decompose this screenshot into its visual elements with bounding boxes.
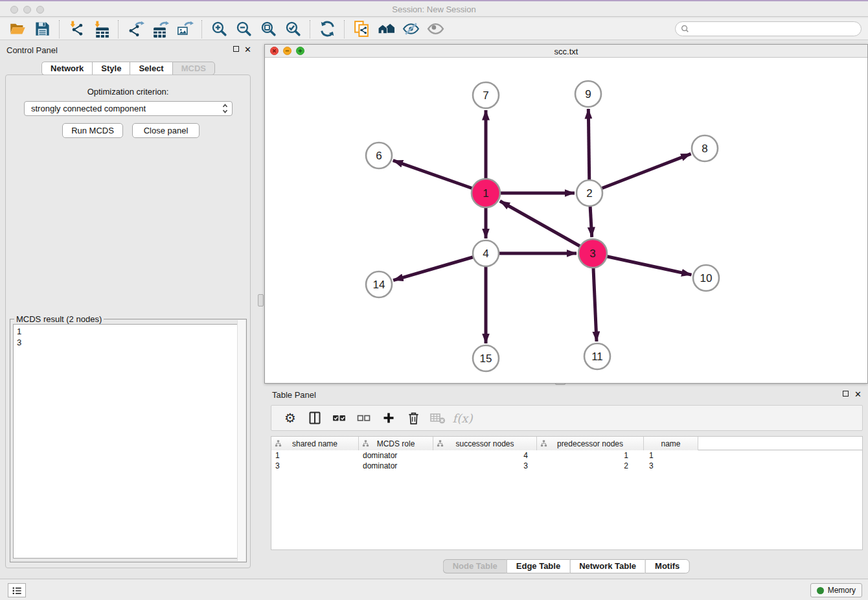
tab-motifs[interactable]: Motifs [645, 559, 689, 573]
cell: dominator [359, 461, 433, 471]
column-header-shared-name[interactable]: shared name [271, 437, 359, 450]
close-panel-button[interactable]: Close panel [132, 123, 200, 138]
toolbar-separator [310, 20, 310, 38]
open-folder-icon[interactable] [5, 19, 30, 39]
tab-network[interactable]: Network [41, 62, 92, 75]
import-network-icon[interactable] [64, 19, 89, 39]
add-icon[interactable] [379, 408, 398, 428]
graph-node-3[interactable]: 3 [578, 239, 607, 268]
export-network-icon[interactable] [123, 19, 148, 39]
table-row[interactable]: 1dominator411 [271, 450, 862, 461]
mcds-result-text[interactable]: 13 [13, 324, 244, 559]
close-table-panel-icon[interactable]: ✕ [854, 391, 862, 398]
svg-text:9: 9 [585, 88, 591, 100]
svg-text:11: 11 [591, 351, 603, 363]
refresh-icon[interactable] [315, 19, 339, 39]
svg-text:2: 2 [586, 187, 592, 200]
network-window-titlebar[interactable]: scc.txt [265, 45, 867, 58]
import-table-icon[interactable] [89, 19, 113, 39]
svg-text:7: 7 [483, 89, 488, 102]
column-header-MCDS-role[interactable]: MCDS role [359, 437, 433, 450]
zoom-in-icon[interactable] [207, 19, 231, 39]
search-box[interactable] [675, 21, 862, 36]
column-header-predecessor-nodes[interactable]: predecessor nodes [537, 437, 644, 450]
graph-node-14[interactable]: 14 [366, 271, 392, 297]
graph-node-10[interactable]: 10 [693, 265, 719, 291]
trash-icon[interactable] [404, 408, 423, 428]
main-toolbar [0, 18, 868, 40]
tab-style[interactable]: Style [92, 62, 130, 75]
hierarchy-icon [540, 440, 547, 447]
graph-node-4[interactable]: 4 [473, 240, 499, 266]
save-icon[interactable] [30, 19, 54, 39]
close-panel-icon[interactable]: ✕ [244, 46, 251, 53]
zoom-selected-icon[interactable] [280, 19, 305, 39]
cell: 3 [433, 461, 537, 471]
export-table-icon[interactable] [148, 19, 172, 39]
status-bar: Memory [0, 579, 868, 600]
graph-node-7[interactable]: 7 [473, 82, 499, 108]
svg-text:4: 4 [483, 248, 488, 260]
table-panel-title: Table Panel [272, 390, 316, 400]
control-panel: Control Panel ✕ NetworkStyleSelectMCDS O… [0, 40, 257, 579]
gear-icon[interactable]: ⚙ [280, 408, 300, 428]
hierarchy-icon [275, 440, 282, 447]
svg-text:15: 15 [480, 352, 492, 365]
criterion-dropdown[interactable]: strongly connected component [24, 101, 233, 116]
mcds-result-title: MCDS result (2 nodes) [14, 314, 104, 324]
column-header-successor-nodes[interactable]: successor nodes [433, 437, 537, 450]
graph-node-11[interactable]: 11 [584, 343, 610, 369]
float-table-panel-icon[interactable] [843, 391, 849, 397]
zoom-out-icon[interactable] [231, 19, 256, 39]
column-header-name[interactable]: name [644, 437, 698, 450]
stepper-arrows-icon [222, 103, 228, 114]
zoom-fit-icon[interactable] [256, 19, 280, 39]
graph-edge-3-10[interactable] [593, 253, 692, 275]
tab-node-table[interactable]: Node Table [443, 559, 507, 573]
svg-text:3: 3 [589, 248, 595, 260]
home-icon[interactable] [374, 19, 398, 39]
vertical-splitter-grip[interactable] [258, 294, 264, 306]
cell: 4 [433, 450, 537, 461]
export-image-icon[interactable] [172, 19, 197, 39]
eye-slash-icon[interactable] [398, 19, 423, 39]
node-table: shared nameMCDS rolesuccessor nodesprede… [271, 436, 863, 550]
result-line: 3 [17, 337, 240, 348]
tab-select[interactable]: Select [130, 62, 172, 75]
tab-network-table[interactable]: Network Table [569, 559, 645, 573]
deselect-all-icon[interactable] [354, 408, 374, 428]
memory-status-icon [817, 587, 824, 594]
result-scrollbar[interactable] [237, 320, 246, 561]
graph-node-6[interactable]: 6 [366, 143, 392, 168]
float-panel-icon[interactable] [233, 46, 239, 52]
memory-button[interactable]: Memory [810, 583, 862, 597]
control-panel-title: Control Panel [6, 45, 58, 55]
run-mcds-button[interactable]: Run MCDS [62, 123, 123, 138]
toolbar-separator [344, 20, 345, 38]
graph-edge-4-14[interactable] [393, 253, 486, 281]
graph-node-15[interactable]: 15 [473, 345, 499, 371]
clone-network-icon[interactable] [349, 19, 374, 39]
graph-node-2[interactable]: 2 [577, 180, 602, 206]
task-history-button[interactable] [8, 583, 26, 597]
table-panel: Table Panel ✕ ⚙f(x) shared nameMCDS role… [264, 386, 868, 575]
search-input[interactable] [692, 23, 861, 34]
optimization-label: Optimization criterion: [6, 87, 250, 97]
graph-edge-3-1[interactable] [500, 201, 593, 253]
toolbar-separator [118, 20, 119, 38]
graph-edge-2-8[interactable] [589, 154, 691, 193]
function-icon: f(x) [453, 408, 472, 428]
graph-node-9[interactable]: 9 [575, 81, 601, 107]
tab-mcds[interactable]: MCDS [172, 62, 215, 75]
graph-node-1[interactable]: 1 [472, 179, 500, 207]
graph-node-8[interactable]: 8 [692, 135, 718, 161]
table-row[interactable]: 3dominator323 [271, 461, 862, 471]
select-all-icon[interactable] [330, 408, 349, 428]
result-line: 1 [17, 326, 240, 337]
tab-edge-table[interactable]: Edge Table [507, 559, 569, 573]
columns-icon[interactable] [305, 408, 325, 428]
criterion-value: strongly connected component [31, 104, 222, 113]
svg-text:10: 10 [700, 272, 713, 284]
eye-icon[interactable] [423, 19, 448, 39]
network-canvas[interactable]: 7968124314101511 [265, 58, 867, 384]
